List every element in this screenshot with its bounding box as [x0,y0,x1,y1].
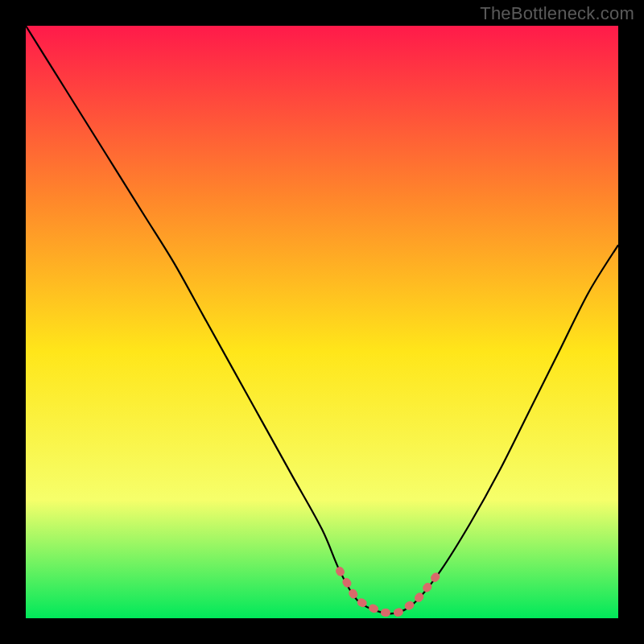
bottleneck-curve [26,26,618,613]
plot-area [26,26,618,618]
chart-frame: TheBottleneck.com [0,0,644,644]
watermark-text: TheBottleneck.com [480,3,634,24]
optimal-range-marker [340,571,440,613]
curve-layer [26,26,618,618]
